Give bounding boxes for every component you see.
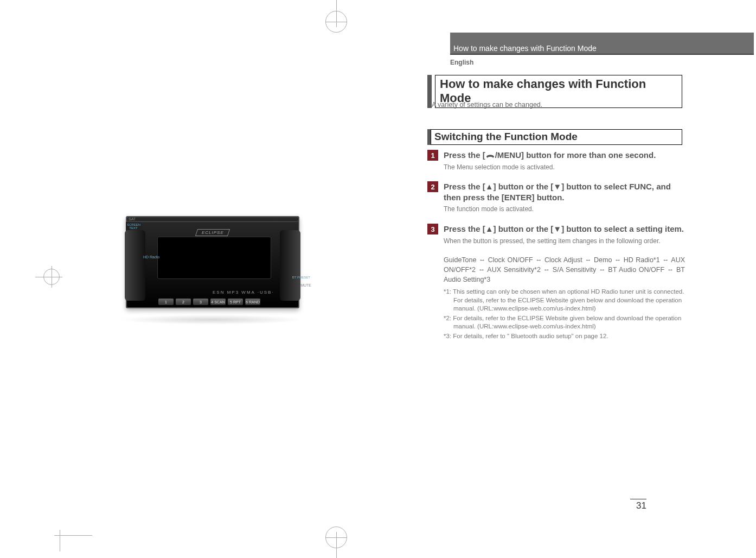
preset-button: 2 xyxy=(176,299,191,305)
preset-buttons: 1 2 3 4 SCAN 5 RPT 6 RAND xyxy=(158,299,260,305)
preset-button: 3 xyxy=(193,299,208,305)
preset-button: 4 SCAN xyxy=(210,299,226,305)
page-number: 31 xyxy=(630,499,646,511)
step-1: 1 Press the [/MENU] button for more than… xyxy=(427,150,685,172)
step-heading: Press the [▲] button or the [▼] button t… xyxy=(444,181,685,202)
step-number: 2 xyxy=(427,181,438,192)
footnote-2: *2: For details, refer to the ECLIPSE We… xyxy=(444,314,685,331)
step-heading: Press the [▲] button or the [▼] button t… xyxy=(444,224,685,234)
sat-label: SAT xyxy=(126,216,299,222)
step-sub: The function mode is activated. xyxy=(444,205,685,213)
step-sub: The Menu selection mode is activated. xyxy=(444,163,685,172)
setting-cycle: GuideTone ↔ Clock ON/OFF ↔ Clock Adjust … xyxy=(444,255,685,284)
section-title: Switching the Function Mode xyxy=(431,129,682,145)
lcd-screen xyxy=(157,237,271,279)
format-labels: ESN MP3 WMA ·USB· xyxy=(213,290,274,295)
device-image: ECLIPSE CD5030 HD Radio SAT SCREEN TEXT … xyxy=(114,212,309,326)
mute-label: MUTE xyxy=(300,283,311,287)
step-heading: Press the [/MENU] button for more than o… xyxy=(444,150,685,161)
footnote-1: *1: This setting can only be chosen when… xyxy=(444,288,685,313)
breadcrumb: How to make changes with Function Mode xyxy=(453,44,597,53)
step-number: 3 xyxy=(427,224,438,234)
footnotes: *1: This setting can only be chosen when… xyxy=(444,288,685,340)
heading-pre: Press the [ xyxy=(444,150,485,160)
heading-post: /MENU] button for more than one second. xyxy=(495,150,656,160)
step-number: 1 xyxy=(427,150,438,161)
hd-radio-label: HD Radio xyxy=(143,255,159,259)
step-2: 2 Press the [▲] button or the [▼] button… xyxy=(427,181,685,213)
intro-text: A variety of settings can be changed. xyxy=(432,101,542,109)
preset-button: 6 RAND xyxy=(245,299,260,305)
preset-button: 1 xyxy=(158,299,174,305)
bt-preset-label: BT PRESET xyxy=(292,276,310,279)
header-bar: How to make changes with Function Mode xyxy=(450,33,754,54)
footnote-3: *3: For details, refer to " Bluetooth au… xyxy=(444,332,685,341)
step-3: 3 Press the [▲] button or the [▼] button… xyxy=(427,224,685,340)
preset-button: 5 RPT xyxy=(228,299,243,305)
brand-logo: ECLIPSE xyxy=(195,229,230,236)
step-sub: When the button is pressed, the setting … xyxy=(444,237,685,245)
volume-knob-left xyxy=(125,230,145,301)
section-title-wrap: Switching the Function Mode xyxy=(427,129,682,145)
screen-text-button: SCREEN TEXT xyxy=(126,222,141,231)
language-label: English xyxy=(450,59,473,66)
phone-icon xyxy=(485,152,495,159)
tune-knob-right xyxy=(280,230,300,301)
